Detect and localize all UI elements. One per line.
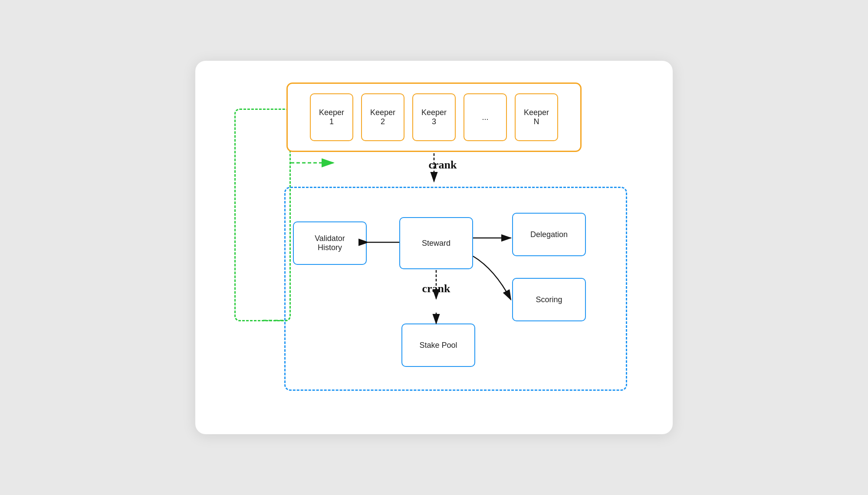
keeper-ellipsis: ...	[464, 93, 507, 141]
keeper-1: Keeper1	[310, 93, 353, 141]
steward-box: Steward	[399, 217, 473, 269]
crank-top-label: crank	[421, 158, 464, 172]
keepers-container: Keeper1 Keeper2 Keeper3 ... KeeperN	[286, 82, 582, 152]
main-card: Keeper1 Keeper2 Keeper3 ... KeeperN cran…	[195, 61, 673, 434]
keeper-2: Keeper2	[361, 93, 404, 141]
scoring-box: Scoring	[512, 278, 586, 321]
stake-pool-box: Stake Pool	[401, 323, 475, 367]
validator-history-box: ValidatorHistory	[293, 221, 367, 265]
keeper-n: KeeperN	[515, 93, 558, 141]
keeper-3: Keeper3	[412, 93, 456, 141]
crank-bottom-label: crank	[414, 282, 458, 295]
diagram-container: Keeper1 Keeper2 Keeper3 ... KeeperN cran…	[234, 82, 634, 412]
green-dashed-box	[234, 109, 291, 321]
delegation-box: Delegation	[512, 213, 586, 256]
